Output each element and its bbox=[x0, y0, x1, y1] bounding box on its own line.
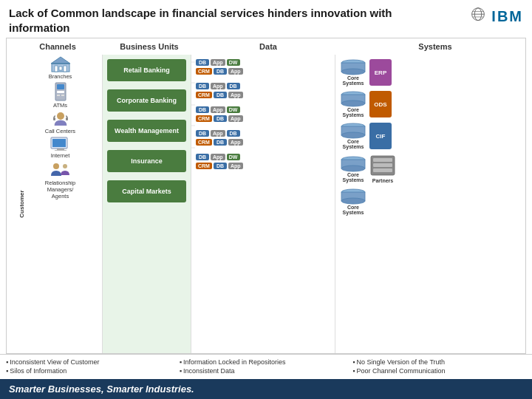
svg-rect-9 bbox=[59, 66, 62, 70]
tag-app: App bbox=[211, 83, 225, 89]
call-centers-label: Call Centers bbox=[45, 128, 75, 134]
footer-item-6: ▪ Poor Channel Communication bbox=[352, 366, 526, 376]
footer-col-1: ▪ Inconsistent View of Customer ▪ Silos … bbox=[6, 358, 180, 376]
core-systems-label-2b: Systems bbox=[343, 112, 364, 117]
sys-row-4: Core Systems Partners bbox=[340, 154, 521, 183]
footer-text-6: Poor Channel Communication bbox=[357, 366, 446, 376]
tag-crm: CRM bbox=[196, 115, 212, 122]
business-units-header: Business Units bbox=[103, 40, 191, 53]
atm-icon bbox=[54, 82, 67, 101]
page: Lack of Common landscape in financial se… bbox=[0, 0, 532, 399]
svg-point-30 bbox=[341, 100, 365, 106]
data-row-5a: DB App DW bbox=[196, 154, 330, 160]
data-row-1b: CRM DB App bbox=[196, 68, 330, 75]
svg-rect-21 bbox=[57, 149, 64, 150]
data-group-3: DB App DW CRM DB App bbox=[196, 106, 330, 123]
core-systems-label-5: Core bbox=[347, 205, 359, 210]
tag-db: DB bbox=[214, 92, 227, 98]
diagram-area: Channels Business Units Data Systems Cus… bbox=[6, 38, 526, 354]
footer-text-2: Silos of Information bbox=[10, 366, 66, 376]
svg-rect-13 bbox=[57, 91, 64, 93]
bu-insurance: Insurance bbox=[107, 150, 186, 172]
svg-rect-7 bbox=[55, 66, 58, 72]
svg-point-16 bbox=[57, 112, 64, 120]
tag-app: App bbox=[228, 139, 243, 146]
tag-app: App bbox=[211, 154, 225, 160]
tag-dw: DW bbox=[227, 59, 240, 66]
channel-atms: ATMs bbox=[20, 82, 100, 109]
bottom-bar-text: Smarter Businesses, Smarter Industries. bbox=[9, 383, 194, 395]
core-systems-5: Core Systems bbox=[340, 188, 366, 215]
tag-db: DB bbox=[196, 106, 209, 113]
tag-crm: CRM bbox=[196, 139, 212, 146]
core-systems-1: Core Systems bbox=[340, 59, 366, 86]
tag-dw: DW bbox=[227, 106, 240, 113]
channel-call-centers: Call Centers bbox=[20, 111, 100, 134]
systems-section: Core Systems ERP Co bbox=[335, 55, 525, 353]
svg-rect-39 bbox=[373, 163, 392, 167]
svg-rect-18 bbox=[66, 117, 68, 120]
svg-point-43 bbox=[341, 198, 365, 204]
column-headers: Channels Business Units Data Systems bbox=[7, 38, 525, 55]
core-systems-label-1: Core bbox=[347, 75, 359, 81]
footer-text-1: Inconsistent View of Customer bbox=[10, 358, 99, 367]
footer-text-3: Information Locked in Repositories bbox=[183, 358, 286, 367]
core-systems-label-2: Core bbox=[347, 107, 359, 112]
footer-item-1: ▪ Inconsistent View of Customer bbox=[6, 358, 180, 367]
data-row-4b: CRM DB App bbox=[196, 139, 330, 146]
svg-point-24 bbox=[63, 164, 67, 168]
svg-rect-17 bbox=[53, 117, 55, 120]
data-row-2a: DB App DB bbox=[196, 83, 330, 89]
main-content: Customer Branches bbox=[7, 55, 525, 353]
sys-row-2: Core Systems ODS bbox=[340, 91, 521, 117]
footer-item-3: ▪ Information Locked in Repositories bbox=[180, 358, 353, 367]
core-systems-cylinder-2 bbox=[340, 91, 366, 107]
sys-row-3: Core Systems CIF bbox=[340, 123, 521, 149]
svg-rect-8 bbox=[64, 66, 66, 72]
data-row-2b: CRM DB App bbox=[196, 92, 330, 98]
bu-capital-markets: Capital Markets bbox=[107, 180, 186, 202]
channels-list: Branches ATMs bbox=[17, 56, 100, 200]
data-row-3b: CRM DB App bbox=[196, 115, 330, 122]
svg-point-36 bbox=[341, 166, 365, 171]
atms-label: ATMs bbox=[53, 102, 67, 109]
bu-rows: Retail Banking Corporate Banking Wealth … bbox=[107, 58, 186, 207]
core-systems-2: Core Systems bbox=[340, 91, 366, 117]
header: Lack of Common landscape in financial se… bbox=[0, 0, 532, 38]
tag-db: DB bbox=[196, 130, 209, 137]
tag-db: DB bbox=[196, 154, 209, 160]
footer-item-2: ▪ Silos of Information bbox=[6, 366, 180, 376]
core-systems-cylinder-4 bbox=[340, 156, 366, 172]
channel-relationship-managers: RelationshipManagers/Agents bbox=[20, 161, 100, 200]
tag-app: App bbox=[211, 106, 225, 113]
sys-row-5: Core Systems bbox=[340, 188, 521, 215]
bu-wealth-management: Wealth Management bbox=[107, 120, 186, 142]
data-row-4a: DB App DB bbox=[196, 130, 330, 137]
svg-rect-40 bbox=[373, 168, 392, 172]
svg-point-27 bbox=[341, 69, 365, 75]
footer-text-4: Inconsistent Data bbox=[183, 366, 235, 376]
bu-retail-banking: Retail Banking bbox=[107, 59, 186, 81]
footer-text-5: No Single Version of the Truth bbox=[357, 358, 446, 367]
erp-box: ERP bbox=[369, 59, 392, 86]
page-title: Lack of Common landscape in financial se… bbox=[9, 6, 437, 35]
internet-icon bbox=[50, 137, 71, 151]
tag-app: App bbox=[228, 68, 243, 75]
svg-rect-22 bbox=[55, 150, 66, 151]
tag-crm: CRM bbox=[196, 163, 212, 169]
svg-rect-14 bbox=[57, 95, 60, 96]
ibm-globe-icon bbox=[468, 6, 488, 27]
data-group-4: DB App DB CRM DB App bbox=[196, 130, 330, 147]
core-systems-cylinder-3 bbox=[340, 123, 366, 139]
core-systems-label-4b: Systems bbox=[343, 177, 364, 183]
footer-col-3: ▪ No Single Version of the Truth ▪ Poor … bbox=[352, 358, 526, 376]
data-row-3a: DB App DW bbox=[196, 106, 330, 113]
branches-label: Branches bbox=[49, 73, 72, 80]
ibm-logo: IBM bbox=[468, 6, 523, 27]
bu-corporate-banking: Corporate Banking bbox=[107, 89, 186, 112]
tag-db: DB bbox=[227, 130, 240, 137]
ods-box: ODS bbox=[369, 91, 392, 117]
tag-app: App bbox=[228, 92, 243, 98]
data-header: Data bbox=[191, 40, 339, 53]
systems-header: Systems bbox=[339, 40, 525, 53]
